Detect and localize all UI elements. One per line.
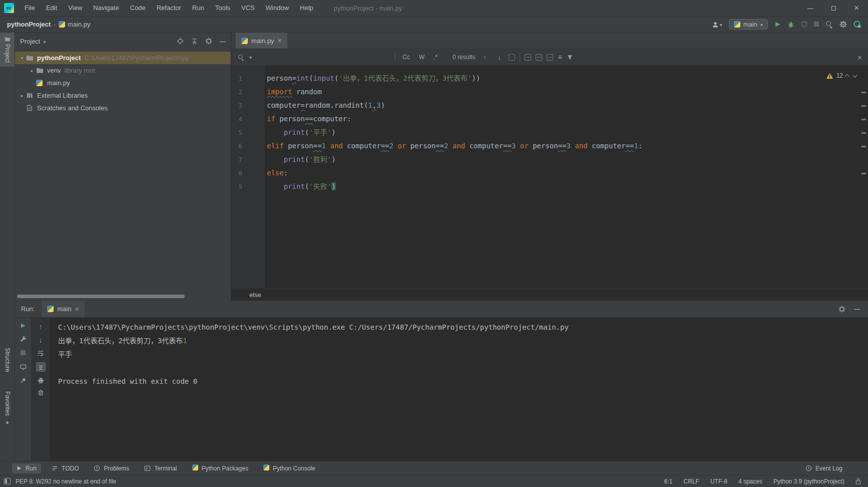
filter-icon[interactable] (567, 54, 573, 61)
status-widget-crlf[interactable]: CRLF (684, 478, 699, 485)
menu-window[interactable]: Window (260, 0, 294, 16)
toolwindow-button-run[interactable]: Run (12, 463, 41, 473)
menu-code[interactable]: Code (125, 0, 151, 16)
inspections-widget[interactable]: 12 (826, 69, 856, 83)
status-widget-utf-8[interactable]: UTF-8 (710, 478, 727, 485)
stop-button[interactable] (21, 349, 26, 357)
tree-row-external-libraries[interactable]: ▸External Libraries (15, 89, 231, 102)
menu-help[interactable]: Help (294, 0, 319, 16)
toolwindow-button-problems[interactable]: Problems (89, 463, 134, 473)
pin-tab-icon[interactable] (20, 377, 27, 384)
error-stripe-mark[interactable] (861, 92, 866, 93)
tree-label: Scratches and Consoles (37, 104, 108, 112)
status-widget-4-spaces[interactable]: 4 spaces (738, 478, 762, 485)
run-tab-main[interactable]: main (42, 301, 84, 317)
tab-main-py[interactable]: main.py (236, 33, 287, 49)
toolwindow-toggle-icon[interactable] (4, 478, 11, 484)
locate-file-icon[interactable] (177, 38, 184, 45)
stripe-project-button[interactable]: Project (0, 33, 15, 67)
tree-row-scratches-and-consoles[interactable]: Scratches and Consoles (15, 102, 231, 114)
horizontal-scrollbar[interactable] (17, 295, 185, 298)
status-widget-python-3-9-pythonproject[interactable]: Python 3.9 (pythonProject) (773, 478, 844, 485)
stop-button[interactable] (814, 21, 819, 28)
breadcrumb-item-main-py[interactable]: main.py (59, 21, 91, 28)
scroll-to-end-icon[interactable] (36, 362, 46, 372)
tree-row-pythonproject[interactable]: ▾pythonProjectC:\Users\17487\PycharmProj… (15, 52, 231, 64)
coverage-button[interactable] (801, 21, 807, 28)
menu-file[interactable]: File (19, 0, 41, 16)
previous-warning-icon[interactable] (844, 74, 849, 79)
stripe-favorites-button[interactable]: Favorites (0, 387, 15, 430)
debug-button[interactable] (787, 21, 794, 28)
stripe-structure-button[interactable]: Structure (0, 344, 15, 376)
status-widget-6-1[interactable]: 6:1 (664, 478, 673, 485)
breadcrumb-scope[interactable]: else (249, 291, 261, 299)
find-option-icon[interactable] (547, 54, 553, 61)
settings-gear-icon[interactable] (839, 21, 847, 28)
edit-configuration-icon[interactable] (20, 336, 27, 342)
minimize-button[interactable] (799, 0, 822, 16)
tree-row-main-py[interactable]: main.py (15, 77, 231, 89)
error-stripe-mark[interactable] (861, 119, 866, 120)
search-history-icon[interactable] (249, 54, 252, 61)
close-find-bar-icon[interactable] (857, 53, 862, 62)
menu-refactor[interactable]: Refactor (151, 0, 187, 16)
error-stripe-mark[interactable] (861, 146, 866, 147)
up-stack-trace-icon[interactable] (39, 323, 43, 331)
user-icon[interactable] (712, 21, 722, 28)
chevron-down-icon[interactable] (43, 38, 46, 45)
tree-row-venv[interactable]: ▸venvlibrary root (15, 64, 231, 77)
down-stack-trace-icon[interactable] (39, 336, 43, 344)
settings-gear-icon[interactable] (205, 38, 212, 45)
hide-panel-icon[interactable] (854, 305, 860, 313)
collapse-all-icon[interactable] (191, 38, 198, 45)
breadcrumb-item-pythonproject[interactable]: pythonProject (7, 21, 51, 28)
search-toggle-w[interactable]: W (416, 53, 427, 62)
event-log-button[interactable]: Event Log (801, 463, 847, 473)
close-button[interactable] (845, 0, 868, 16)
run-config-selector[interactable]: main (729, 19, 768, 30)
soft-wrap-icon[interactable] (37, 350, 44, 357)
menu-vcs[interactable]: VCS (236, 0, 260, 16)
clear-console-icon[interactable] (38, 389, 44, 396)
code-line: 9 print('失败') (231, 180, 868, 193)
run-button[interactable] (774, 21, 781, 28)
hide-panel-icon[interactable] (220, 38, 226, 45)
error-stripe-mark[interactable] (861, 105, 866, 107)
toolwindow-button-todo[interactable]: TODO (47, 463, 83, 473)
close-tab-icon[interactable] (75, 305, 79, 313)
code-editor[interactable]: 1person=int(input('出拳，1代表石头，2代表剪刀，3代表布')… (231, 66, 868, 288)
find-option-icon[interactable] (536, 54, 542, 61)
code-text: computer=random.randint(1,3) (267, 99, 385, 112)
toolwindow-button-terminal[interactable]: Terminal (140, 463, 181, 473)
next-occurrence-icon[interactable] (494, 54, 504, 61)
search-toggle-cc[interactable]: Cc (400, 53, 412, 62)
search-everywhere-icon[interactable] (825, 21, 833, 28)
toolwindow-button-python-console[interactable]: Python Console (259, 463, 320, 473)
toolwindow-button-python-packages[interactable]: Python Packages (188, 463, 253, 473)
settings-gear-icon[interactable] (838, 306, 845, 313)
menu-run[interactable]: Run (187, 0, 210, 16)
console-output[interactable]: C:\Users\17487\PycharmProjects\pythonPro… (50, 318, 868, 461)
rerun-button[interactable] (20, 323, 26, 329)
view-options-icon[interactable] (558, 53, 562, 61)
maximize-button[interactable] (822, 0, 845, 16)
menu-edit[interactable]: Edit (41, 0, 63, 16)
print-icon[interactable] (38, 377, 44, 384)
restore-layout-icon[interactable] (20, 364, 27, 370)
code-with-me-icon[interactable] (853, 21, 861, 28)
error-stripe-mark[interactable] (861, 173, 866, 174)
menu-view[interactable]: View (63, 0, 88, 16)
search-toggle-[interactable]: .* (431, 53, 440, 62)
previous-occurrence-icon[interactable] (480, 54, 490, 61)
status-message[interactable]: PEP 8: W292 no newline at end of file (16, 478, 116, 485)
error-stripe-mark[interactable] (861, 132, 866, 134)
close-tab-icon[interactable] (278, 37, 282, 45)
search-input[interactable] (256, 51, 390, 63)
menu-navigate[interactable]: Navigate (88, 0, 124, 16)
todo-icon (52, 465, 58, 471)
find-option-icon[interactable] (525, 54, 531, 61)
select-all-occurrences-icon[interactable] (509, 54, 515, 61)
lock-icon[interactable] (855, 478, 861, 484)
menu-tools[interactable]: Tools (210, 0, 236, 16)
